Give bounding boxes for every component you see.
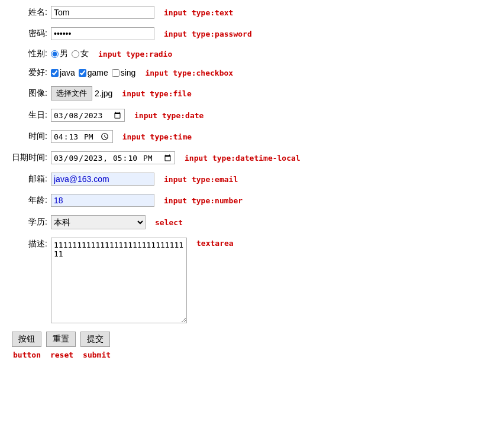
gender-group: 男 女 bbox=[51, 48, 89, 59]
button-hint-reset: reset bbox=[50, 350, 73, 359]
gender-male-radio[interactable] bbox=[51, 50, 59, 58]
gender-female-radio[interactable] bbox=[72, 50, 79, 58]
button-hints: button reset submit bbox=[13, 350, 492, 359]
hobby-java-text: java bbox=[60, 68, 75, 77]
password-input[interactable] bbox=[51, 27, 154, 40]
file-input-container: 选择文件 2.jpg bbox=[51, 86, 112, 100]
file-name-text: 2.jpg bbox=[95, 89, 112, 98]
datetime-row: 日期时间: input type:datetime-local bbox=[12, 151, 492, 164]
hobby-sing-checkbox[interactable] bbox=[112, 69, 119, 77]
education-row: 学历: 本科 专科 高中 初中 研究生 select bbox=[12, 215, 492, 229]
birthday-row: 生日: input type:date bbox=[12, 109, 492, 122]
hobby-sing-text: sing bbox=[121, 68, 136, 77]
hobby-java-label[interactable]: java bbox=[51, 68, 75, 77]
email-row: 邮箱: input type:email bbox=[12, 173, 492, 186]
hobby-game-checkbox[interactable] bbox=[79, 69, 86, 77]
gender-row: 性别: 男 女 input type:radio bbox=[12, 48, 492, 59]
birthday-hint: input type:date bbox=[134, 111, 203, 120]
button-hint-submit: submit bbox=[83, 350, 111, 359]
age-input[interactable] bbox=[51, 194, 154, 207]
time-row: 时间: input type:time bbox=[12, 130, 492, 143]
gender-female-text: 女 bbox=[80, 48, 89, 59]
age-row: 年龄: input type:number bbox=[12, 194, 492, 207]
time-hint: input type:time bbox=[122, 132, 192, 141]
hobby-label: 爱好: bbox=[12, 67, 47, 78]
submit-btn[interactable]: 提交 bbox=[80, 332, 110, 347]
datetime-input[interactable] bbox=[51, 151, 175, 164]
gender-label: 性别: bbox=[12, 48, 47, 59]
button-row: 按钮 重置 提交 bbox=[12, 332, 492, 347]
age-label: 年龄: bbox=[12, 195, 47, 206]
gender-male-label[interactable]: 男 bbox=[51, 48, 68, 59]
password-row: 密码: input type:password bbox=[12, 27, 492, 40]
hobby-hint: input type:checkbox bbox=[145, 69, 233, 77]
describe-hint: textarea bbox=[196, 239, 234, 248]
button-hint-btn: button bbox=[13, 350, 41, 359]
password-label: 密码: bbox=[12, 28, 47, 39]
hobby-group: java game sing bbox=[51, 68, 135, 77]
gender-female-label[interactable]: 女 bbox=[72, 48, 89, 59]
birthday-input[interactable] bbox=[51, 109, 125, 122]
email-input[interactable] bbox=[51, 173, 154, 186]
describe-label: 描述: bbox=[12, 239, 47, 249]
photo-hint: input type:file bbox=[122, 89, 191, 98]
age-hint: input type:number bbox=[164, 196, 243, 205]
education-hint: select bbox=[155, 218, 183, 227]
education-select[interactable]: 本科 专科 高中 初中 研究生 bbox=[51, 215, 146, 229]
hobby-game-label[interactable]: game bbox=[79, 68, 108, 77]
password-hint: input type:password bbox=[164, 30, 252, 38]
gender-hint: input type:radio bbox=[98, 50, 172, 59]
hobby-sing-label[interactable]: sing bbox=[112, 68, 136, 77]
photo-row: 图像: 选择文件 2.jpg input type:file bbox=[12, 86, 492, 100]
name-input[interactable] bbox=[51, 6, 154, 19]
email-hint: input type:email bbox=[164, 175, 238, 184]
education-label: 学历: bbox=[12, 217, 47, 228]
datetime-hint: input type:datetime-local bbox=[185, 154, 301, 163]
email-label: 邮箱: bbox=[12, 174, 47, 184]
describe-row: 描述: 111111111111111111111111111111 texta… bbox=[12, 238, 492, 323]
time-input[interactable] bbox=[51, 130, 113, 143]
describe-textarea[interactable]: 111111111111111111111111111111 bbox=[51, 238, 187, 323]
reset-btn[interactable]: 重置 bbox=[46, 332, 76, 347]
name-label: 姓名: bbox=[12, 7, 47, 18]
time-label: 时间: bbox=[12, 131, 47, 142]
hobby-row: 爱好: java game sing input type:checkbox bbox=[12, 67, 492, 78]
gender-male-text: 男 bbox=[60, 48, 68, 59]
hobby-java-checkbox[interactable] bbox=[51, 69, 59, 77]
datetime-label: 日期时间: bbox=[12, 152, 47, 163]
photo-label: 图像: bbox=[12, 88, 47, 99]
name-row: 姓名: input type:text bbox=[12, 6, 492, 19]
file-choose-button[interactable]: 选择文件 bbox=[51, 86, 92, 100]
name-hint: input type:text bbox=[164, 8, 233, 17]
birthday-label: 生日: bbox=[12, 110, 47, 121]
button-btn[interactable]: 按钮 bbox=[12, 332, 41, 347]
hobby-game-text: game bbox=[88, 68, 108, 77]
